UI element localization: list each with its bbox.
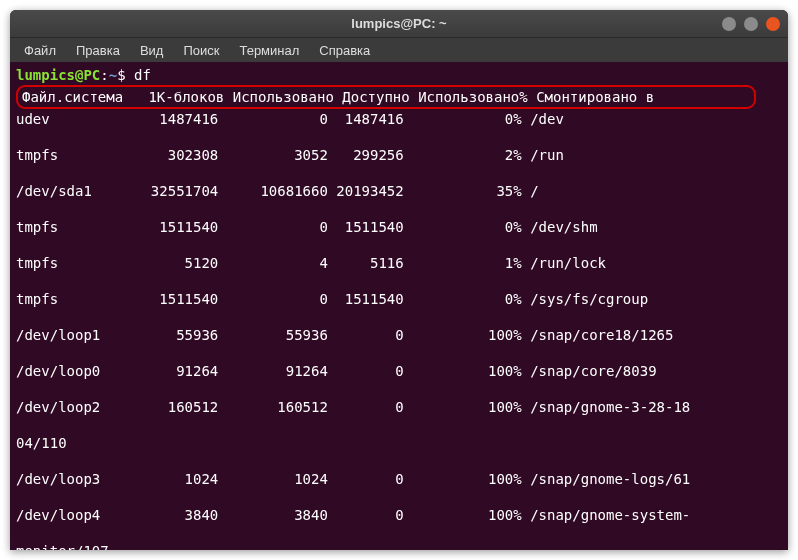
df-row: tmpfs 5120 4 5116 1% /run/lock — [16, 254, 782, 272]
prompt-line: lumpics@PC:~$ df — [16, 66, 782, 84]
df-header-highlight: Файл.система 1K-блоков Использовано Дост… — [16, 85, 756, 109]
df-row: /dev/loop2 160512 160512 0 100% /snap/gn… — [16, 398, 782, 416]
df-header: Файл.система 1K-блоков Использовано Дост… — [22, 89, 654, 105]
menu-file[interactable]: Файл — [16, 41, 64, 60]
menubar: Файл Правка Вид Поиск Терминал Справка — [10, 38, 788, 62]
df-row: tmpfs 1511540 0 1511540 0% /dev/shm — [16, 218, 782, 236]
df-row: tmpfs 1511540 0 1511540 0% /sys/fs/cgrou… — [16, 290, 782, 308]
titlebar[interactable]: lumpics@PC: ~ — [10, 10, 788, 38]
window-controls — [722, 17, 780, 31]
df-row: monitor/107 — [16, 542, 782, 550]
df-row: 04/110 — [16, 434, 782, 452]
df-row: tmpfs 302308 3052 299256 2% /run — [16, 146, 782, 164]
prompt-userhost: lumpics@PC — [16, 67, 100, 83]
terminal-viewport[interactable]: lumpics@PC:~$ dfФайл.система 1K-блоков И… — [10, 62, 788, 550]
prompt-dollar: $ — [117, 67, 125, 83]
terminal-window: lumpics@PC: ~ Файл Правка Вид Поиск Терм… — [10, 10, 788, 550]
maximize-button[interactable] — [744, 17, 758, 31]
df-row: /dev/loop0 91264 91264 0 100% /snap/core… — [16, 362, 782, 380]
menu-help[interactable]: Справка — [311, 41, 378, 60]
command-text: df — [134, 67, 151, 83]
minimize-button[interactable] — [722, 17, 736, 31]
df-row: /dev/loop4 3840 3840 0 100% /snap/gnome-… — [16, 506, 782, 524]
prompt-sep: : — [100, 67, 108, 83]
menu-edit[interactable]: Правка — [68, 41, 128, 60]
menu-terminal[interactable]: Терминал — [231, 41, 307, 60]
df-row: /dev/sda1 32551704 10681660 20193452 35%… — [16, 182, 782, 200]
menu-view[interactable]: Вид — [132, 41, 172, 60]
df-row: udev 1487416 0 1487416 0% /dev — [16, 110, 782, 128]
close-button[interactable] — [766, 17, 780, 31]
menu-search[interactable]: Поиск — [175, 41, 227, 60]
df-row: /dev/loop1 55936 55936 0 100% /snap/core… — [16, 326, 782, 344]
window-title: lumpics@PC: ~ — [351, 16, 446, 31]
df-row: /dev/loop3 1024 1024 0 100% /snap/gnome-… — [16, 470, 782, 488]
prompt-path: ~ — [109, 67, 117, 83]
